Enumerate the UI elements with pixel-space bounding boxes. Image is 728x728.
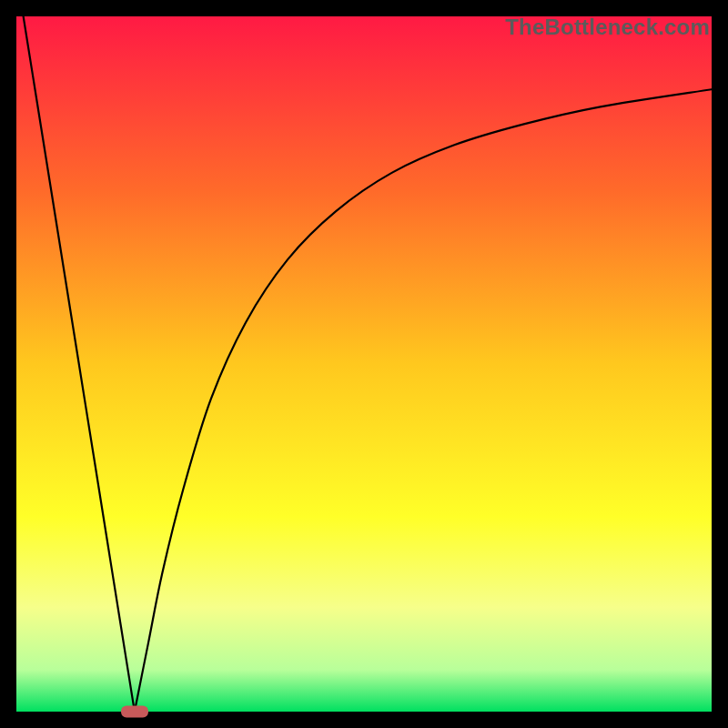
- minimum-marker: [121, 706, 148, 718]
- chart-plot-area: TheBottleneck.com: [16, 16, 712, 712]
- chart-curve: [16, 16, 712, 712]
- watermark-text: TheBottleneck.com: [505, 15, 710, 40]
- chart-frame: TheBottleneck.com: [0, 0, 728, 728]
